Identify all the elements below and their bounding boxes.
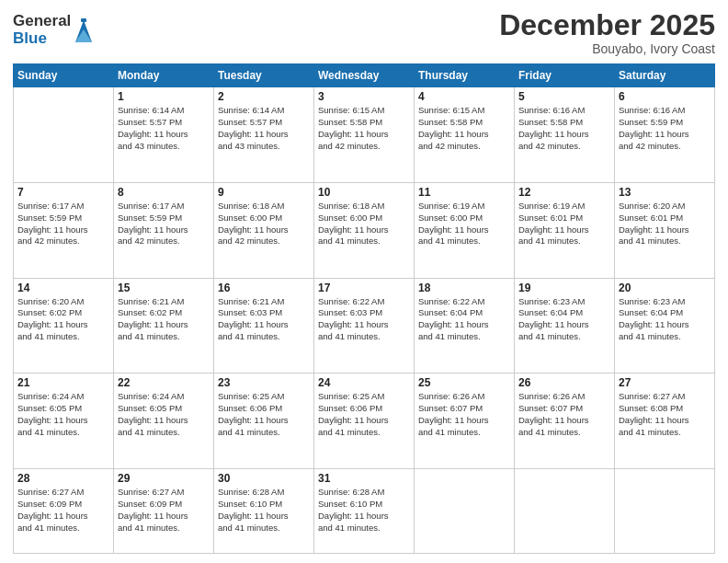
logo-icon xyxy=(74,17,94,46)
day-info: Sunrise: 6:27 AMSunset: 6:09 PMDaylight:… xyxy=(17,487,109,534)
day-info: Sunrise: 6:19 AMSunset: 6:00 PMDaylight:… xyxy=(418,201,510,247)
day-info: Sunrise: 6:22 AMSunset: 6:04 PMDaylight:… xyxy=(418,296,510,343)
day-cell xyxy=(14,87,114,183)
day-number: 24 xyxy=(318,376,410,389)
day-cell: 22Sunrise: 6:24 AMSunset: 6:05 PMDayligh… xyxy=(114,373,214,469)
day-info: Sunrise: 6:26 AMSunset: 6:07 PMDaylight:… xyxy=(418,391,510,438)
day-cell: 7Sunrise: 6:17 AMSunset: 5:59 PMDaylight… xyxy=(14,182,114,278)
day-info: Sunrise: 6:15 AMSunset: 5:58 PMDaylight:… xyxy=(318,105,410,152)
day-cell: 25Sunrise: 6:26 AMSunset: 6:07 PMDayligh… xyxy=(415,373,515,469)
day-cell: 9Sunrise: 6:18 AMSunset: 6:00 PMDaylight… xyxy=(214,182,314,278)
day-info: Sunrise: 6:24 AMSunset: 6:05 PMDaylight:… xyxy=(17,391,109,438)
day-info: Sunrise: 6:17 AMSunset: 5:59 PMDaylight:… xyxy=(17,201,109,247)
day-cell: 5Sunrise: 6:16 AMSunset: 5:58 PMDaylight… xyxy=(515,87,615,183)
week-row-3: 14Sunrise: 6:20 AMSunset: 6:02 PMDayligh… xyxy=(14,278,715,373)
day-number: 11 xyxy=(418,186,510,199)
day-info: Sunrise: 6:14 AMSunset: 5:57 PMDaylight:… xyxy=(218,105,310,152)
day-number: 18 xyxy=(418,282,510,294)
day-cell: 20Sunrise: 6:23 AMSunset: 6:04 PMDayligh… xyxy=(615,278,715,373)
day-cell: 28Sunrise: 6:27 AMSunset: 6:09 PMDayligh… xyxy=(14,469,114,554)
day-cell: 16Sunrise: 6:21 AMSunset: 6:03 PMDayligh… xyxy=(214,278,314,373)
day-cell: 12Sunrise: 6:19 AMSunset: 6:01 PMDayligh… xyxy=(515,182,615,278)
day-cell: 1Sunrise: 6:14 AMSunset: 5:57 PMDaylight… xyxy=(114,87,214,183)
page: General Blue December 2025 Bouyabo, Ivor… xyxy=(0,0,728,563)
day-info: Sunrise: 6:18 AMSunset: 6:00 PMDaylight:… xyxy=(218,201,310,247)
day-cell: 27Sunrise: 6:27 AMSunset: 6:08 PMDayligh… xyxy=(615,373,715,469)
day-info: Sunrise: 6:27 AMSunset: 6:08 PMDaylight:… xyxy=(619,391,711,438)
day-info: Sunrise: 6:17 AMSunset: 5:59 PMDaylight:… xyxy=(118,201,210,247)
week-row-2: 7Sunrise: 6:17 AMSunset: 5:59 PMDaylight… xyxy=(14,182,715,278)
header-cell-saturday: Saturday xyxy=(615,64,715,87)
day-info: Sunrise: 6:14 AMSunset: 5:57 PMDaylight:… xyxy=(118,105,210,152)
day-cell xyxy=(515,469,615,554)
month-title: December 2025 xyxy=(499,9,715,41)
day-cell: 13Sunrise: 6:20 AMSunset: 6:01 PMDayligh… xyxy=(615,182,715,278)
day-number: 21 xyxy=(17,376,109,389)
day-info: Sunrise: 6:20 AMSunset: 6:01 PMDaylight:… xyxy=(619,201,711,247)
svg-rect-2 xyxy=(81,18,86,22)
day-cell: 15Sunrise: 6:21 AMSunset: 6:02 PMDayligh… xyxy=(114,278,214,373)
logo-blue: Blue xyxy=(13,30,71,48)
day-number: 10 xyxy=(318,186,410,199)
day-info: Sunrise: 6:21 AMSunset: 6:02 PMDaylight:… xyxy=(118,296,210,343)
day-number: 16 xyxy=(218,282,310,294)
logo: General Blue xyxy=(13,13,94,47)
day-info: Sunrise: 6:28 AMSunset: 6:10 PMDaylight:… xyxy=(318,487,410,534)
day-cell xyxy=(415,469,515,554)
day-number: 20 xyxy=(619,282,711,294)
day-info: Sunrise: 6:22 AMSunset: 6:03 PMDaylight:… xyxy=(318,296,410,343)
day-info: Sunrise: 6:16 AMSunset: 5:58 PMDaylight:… xyxy=(518,105,610,152)
day-number: 17 xyxy=(318,282,410,294)
week-row-4: 21Sunrise: 6:24 AMSunset: 6:05 PMDayligh… xyxy=(14,373,715,469)
day-number: 29 xyxy=(118,472,210,485)
day-cell: 29Sunrise: 6:27 AMSunset: 6:09 PMDayligh… xyxy=(114,469,214,554)
day-cell: 26Sunrise: 6:26 AMSunset: 6:07 PMDayligh… xyxy=(515,373,615,469)
day-cell: 14Sunrise: 6:20 AMSunset: 6:02 PMDayligh… xyxy=(14,278,114,373)
day-number: 7 xyxy=(17,186,109,199)
logo-general: General xyxy=(13,13,71,30)
day-cell: 11Sunrise: 6:19 AMSunset: 6:00 PMDayligh… xyxy=(415,182,515,278)
day-cell: 19Sunrise: 6:23 AMSunset: 6:04 PMDayligh… xyxy=(515,278,615,373)
calendar-table: SundayMondayTuesdayWednesdayThursdayFrid… xyxy=(13,63,715,554)
day-info: Sunrise: 6:21 AMSunset: 6:03 PMDaylight:… xyxy=(218,296,310,343)
day-cell: 24Sunrise: 6:25 AMSunset: 6:06 PMDayligh… xyxy=(314,373,415,469)
day-cell: 2Sunrise: 6:14 AMSunset: 5:57 PMDaylight… xyxy=(214,87,314,183)
day-number: 30 xyxy=(218,472,310,485)
day-number: 22 xyxy=(118,376,210,389)
day-number: 6 xyxy=(619,90,711,103)
day-cell: 3Sunrise: 6:15 AMSunset: 5:58 PMDaylight… xyxy=(314,87,415,183)
header-cell-friday: Friday xyxy=(515,64,615,87)
header-cell-tuesday: Tuesday xyxy=(214,64,314,87)
day-cell: 17Sunrise: 6:22 AMSunset: 6:03 PMDayligh… xyxy=(314,278,415,373)
day-info: Sunrise: 6:23 AMSunset: 6:04 PMDaylight:… xyxy=(619,296,711,343)
day-info: Sunrise: 6:23 AMSunset: 6:04 PMDaylight:… xyxy=(518,296,610,343)
header: General Blue December 2025 Bouyabo, Ivor… xyxy=(13,9,715,56)
day-number: 26 xyxy=(518,376,610,389)
day-cell: 4Sunrise: 6:15 AMSunset: 5:58 PMDaylight… xyxy=(415,87,515,183)
header-cell-wednesday: Wednesday xyxy=(314,64,415,87)
day-number: 1 xyxy=(118,90,210,103)
day-number: 13 xyxy=(619,186,711,199)
day-number: 27 xyxy=(619,376,711,389)
header-row: SundayMondayTuesdayWednesdayThursdayFrid… xyxy=(14,64,715,87)
day-cell: 6Sunrise: 6:16 AMSunset: 5:59 PMDaylight… xyxy=(615,87,715,183)
day-cell: 8Sunrise: 6:17 AMSunset: 5:59 PMDaylight… xyxy=(114,182,214,278)
day-number: 9 xyxy=(218,186,310,199)
header-cell-monday: Monday xyxy=(114,64,214,87)
day-cell: 21Sunrise: 6:24 AMSunset: 6:05 PMDayligh… xyxy=(14,373,114,469)
day-number: 19 xyxy=(518,282,610,294)
header-cell-thursday: Thursday xyxy=(415,64,515,87)
day-number: 2 xyxy=(218,90,310,103)
week-row-1: 1Sunrise: 6:14 AMSunset: 5:57 PMDaylight… xyxy=(14,87,715,183)
day-number: 28 xyxy=(17,472,109,485)
day-cell: 30Sunrise: 6:28 AMSunset: 6:10 PMDayligh… xyxy=(214,469,314,554)
day-number: 15 xyxy=(118,282,210,294)
day-info: Sunrise: 6:24 AMSunset: 6:05 PMDaylight:… xyxy=(118,391,210,438)
day-number: 4 xyxy=(418,90,510,103)
day-info: Sunrise: 6:16 AMSunset: 5:59 PMDaylight:… xyxy=(619,105,711,152)
day-number: 14 xyxy=(17,282,109,294)
day-cell: 18Sunrise: 6:22 AMSunset: 6:04 PMDayligh… xyxy=(415,278,515,373)
day-info: Sunrise: 6:15 AMSunset: 5:58 PMDaylight:… xyxy=(418,105,510,152)
day-number: 23 xyxy=(218,376,310,389)
day-number: 5 xyxy=(518,90,610,103)
